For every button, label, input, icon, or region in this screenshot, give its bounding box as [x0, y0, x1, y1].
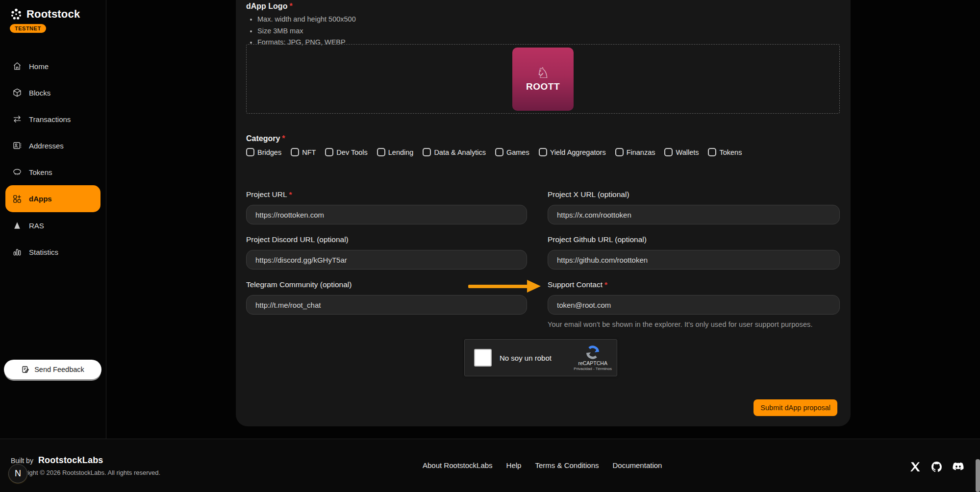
rootstock-logo-icon — [10, 8, 23, 21]
transactions-icon — [12, 114, 22, 124]
sidebar-item-transactions[interactable]: Transactions — [0, 106, 106, 132]
support-contact-hint: Your email won't be shown in the explore… — [548, 320, 840, 328]
discord-icon[interactable] — [952, 461, 964, 473]
sidebar-item-statistics[interactable]: Statistics — [0, 239, 106, 265]
checkbox[interactable] — [291, 148, 299, 156]
sidebar-nav: Home Blocks Transactions Addresses Token… — [0, 53, 106, 265]
sidebar-item-ras[interactable]: RAS — [0, 212, 106, 239]
required-marker: * — [282, 134, 285, 143]
footer-links: About RootstockLabs Help Terms & Conditi… — [423, 461, 662, 469]
logo-upload-dropzone[interactable]: ♘ ROOTT — [246, 44, 840, 114]
checkbox[interactable] — [615, 148, 624, 156]
blocks-icon — [12, 88, 22, 98]
category-label: Category* — [246, 134, 285, 143]
footer-brand-name[interactable]: RootstockLabs — [38, 455, 103, 466]
checkbox[interactable] — [325, 148, 333, 156]
sidebar-item-label: RAS — [29, 221, 44, 230]
n-avatar[interactable]: N — [8, 464, 27, 483]
sidebar-item-label: Blocks — [29, 89, 50, 97]
scrollbar-thumb[interactable] — [976, 459, 980, 492]
category-option-finanzas[interactable]: Finanzas — [615, 148, 655, 156]
field-project-discord-url: Project Discord URL (optional) — [246, 235, 527, 270]
footer-link-help[interactable]: Help — [506, 461, 522, 469]
x-twitter-icon[interactable] — [909, 461, 921, 473]
sidebar-item-label: Addresses — [29, 142, 64, 150]
sidebar-item-label: Tokens — [29, 168, 52, 176]
brand-name: Rootstock — [26, 8, 80, 21]
recaptcha-checkbox[interactable] — [474, 349, 492, 367]
recaptcha-logo-icon — [585, 345, 600, 360]
field-telegram-community: Telegram Community (optional) — [246, 280, 527, 328]
category-option-dev-tools[interactable]: Dev Tools — [325, 148, 367, 156]
footer-link-terms[interactable]: Terms & Conditions — [535, 461, 599, 469]
submit-dapp-proposal-button[interactable]: Submit dApp proposal — [754, 399, 837, 416]
category-option-bridges[interactable]: Bridges — [246, 148, 281, 156]
url-fields-grid: Project URL* Project X URL (optional) Pr… — [246, 190, 840, 328]
testnet-badge: TESTNET — [10, 24, 46, 33]
checkbox[interactable] — [377, 148, 385, 156]
recaptcha-widget: No soy un robot reCAPTCHA Privacidad - T… — [464, 339, 617, 376]
copyright-text: Copyright © 2026 RootstockLabs. All righ… — [11, 469, 160, 476]
sidebar-item-tokens[interactable]: Tokens — [0, 159, 106, 185]
logo-preview-tile: ♘ ROOTT — [512, 48, 574, 111]
project-x-url-input[interactable] — [548, 205, 840, 224]
checkbox[interactable] — [664, 148, 673, 156]
page: Rootstock TESTNET Home Blocks Transactio… — [0, 0, 980, 492]
field-label: Project Github URL (optional) — [548, 235, 840, 244]
field-label: Project Discord URL (optional) — [246, 235, 527, 244]
sidebar-item-blocks[interactable]: Blocks — [0, 79, 106, 106]
category-option-lending[interactable]: Lending — [377, 148, 414, 156]
required-marker: * — [289, 2, 292, 10]
brand[interactable]: Rootstock — [0, 0, 106, 21]
field-label: Project URL* — [246, 190, 527, 199]
sidebar-item-dapps[interactable]: dApps — [5, 185, 101, 212]
knight-icon: ♘ — [536, 66, 550, 80]
category-option-data-analytics[interactable]: Data & Analytics — [423, 148, 486, 156]
footer-brand-block: Built by RootstockLabs Copyright © 2026 … — [11, 455, 160, 476]
checkbox[interactable] — [423, 148, 431, 156]
sidebar-item-home[interactable]: Home — [0, 53, 106, 79]
category-option-games[interactable]: Games — [495, 148, 529, 156]
telegram-community-input[interactable] — [246, 295, 527, 315]
checkbox[interactable] — [246, 148, 254, 156]
recaptcha-label: No soy un robot — [500, 354, 552, 362]
send-feedback-button[interactable]: Send Feedback — [4, 360, 101, 379]
logo-preview-symbol: ROOTT — [526, 81, 560, 92]
footer-link-about[interactable]: About RootstockLabs — [423, 461, 493, 469]
sidebar-item-addresses[interactable]: Addresses — [0, 132, 106, 159]
home-icon — [12, 61, 22, 71]
send-feedback-label: Send Feedback — [34, 366, 84, 373]
footer-link-documentation[interactable]: Documentation — [613, 461, 662, 469]
support-contact-input[interactable] — [548, 295, 840, 315]
tokens-icon — [12, 167, 22, 177]
recaptcha-brand-name: reCAPTCHA — [578, 360, 607, 366]
footer-social — [909, 461, 964, 473]
field-label: Project X URL (optional) — [548, 190, 840, 199]
field-project-x-url: Project X URL (optional) — [548, 190, 840, 224]
required-marker: * — [604, 280, 607, 289]
field-label: Telegram Community (optional) — [246, 280, 527, 289]
logo-requirement: Max. width and height 500x500 — [257, 14, 356, 25]
recaptcha-privacy-links[interactable]: Privacidad - Términos — [574, 367, 612, 371]
category-option-yield-aggregators[interactable]: Yield Aggregators — [539, 148, 606, 156]
field-project-url: Project URL* — [246, 190, 527, 224]
required-marker: * — [289, 190, 292, 198]
project-url-input[interactable] — [246, 205, 527, 224]
project-discord-url-input[interactable] — [246, 250, 527, 270]
sidebar-item-label: Home — [29, 62, 49, 71]
dapp-proposal-form-panel: dApp Logo* Max. width and height 500x500… — [236, 0, 851, 426]
checkbox[interactable] — [539, 148, 547, 156]
feedback-pencil-icon — [21, 365, 30, 374]
statistics-icon — [12, 247, 22, 257]
sidebar-item-label: Transactions — [29, 115, 71, 123]
category-option-wallets[interactable]: Wallets — [664, 148, 699, 156]
project-github-url-input[interactable] — [548, 250, 840, 270]
field-label: Support Contact* — [548, 280, 840, 289]
category-options: Bridges NFT Dev Tools Lending Data & Ana… — [246, 148, 742, 156]
category-option-tokens[interactable]: Tokens — [708, 148, 742, 156]
recaptcha-brand: reCAPTCHA Privacidad - Términos — [574, 345, 612, 371]
github-icon[interactable] — [930, 461, 943, 473]
category-option-nft[interactable]: NFT — [291, 148, 316, 156]
checkbox[interactable] — [495, 148, 503, 156]
checkbox[interactable] — [708, 148, 716, 156]
